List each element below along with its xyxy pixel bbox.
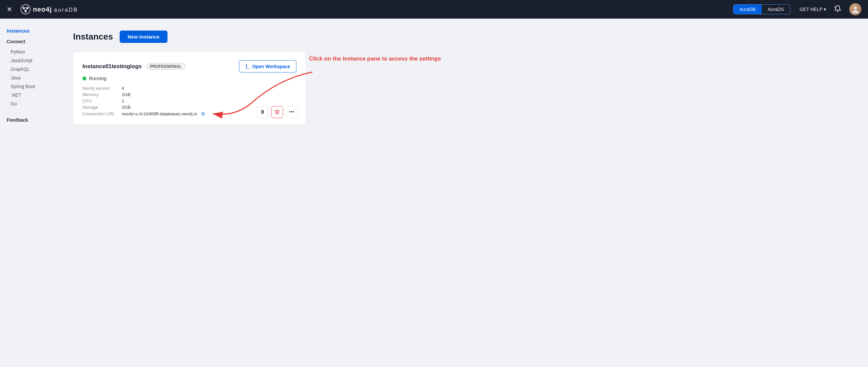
status-row: Running <box>83 76 297 81</box>
sidebar-item-graphql[interactable]: GraphQL <box>7 65 53 73</box>
detail-row-memory: Memory 1GB <box>83 92 297 97</box>
aurads-tab[interactable]: AuraDS <box>762 5 790 14</box>
main-content: Instances New Instance Instance01testing… <box>60 19 868 367</box>
auradb-tab[interactable]: AuraDB <box>734 5 762 14</box>
instance-card-header: Instance01testinglogs PROFESSIONAL ⟩_ Op… <box>83 60 297 72</box>
instance-card[interactable]: Instance01testinglogs PROFESSIONAL ⟩_ Op… <box>73 52 306 125</box>
storage-value: 2GB <box>122 105 131 110</box>
detail-row-neo4j-version: Neo4j version 4 <box>83 86 297 91</box>
sidebar-item-spring-boot[interactable]: Spring Boot <box>7 82 53 91</box>
svg-point-7 <box>854 6 857 10</box>
instance-name-row: Instance01testinglogs PROFESSIONAL <box>83 63 186 70</box>
storage-label: Storage <box>83 105 119 110</box>
main-layout: Instances Connect Python JavaScript Grap… <box>0 19 868 367</box>
chevron-down-icon: ▾ <box>824 7 826 12</box>
get-help-button[interactable]: GET HELP ▾ <box>800 7 826 12</box>
sidebar-connect-label: Connect <box>7 39 53 44</box>
neo4j-logo-icon <box>20 4 31 14</box>
sidebar: Instances Connect Python JavaScript Grap… <box>0 19 60 367</box>
memory-value: 1GB <box>122 92 131 97</box>
product-switcher: AuraDB AuraDS <box>733 4 790 14</box>
open-workspace-label: Open Workspace <box>252 64 290 69</box>
annotation-container: Click on the Instance pane to access the… <box>309 56 441 62</box>
instance-actions: ⏸ ••• <box>256 106 298 118</box>
pause-instance-button[interactable]: ⏸ <box>256 106 269 118</box>
annotation-text: Click on the Instance pane to access the… <box>309 56 441 62</box>
svg-line-6 <box>26 8 28 11</box>
open-workspace-button[interactable]: ⟩_ Open Workspace <box>239 60 297 72</box>
connection-uri-value: neo4j+s://c10408ff.databases.neo4j.io <box>122 111 197 116</box>
close-button[interactable]: ✕ <box>7 5 12 13</box>
notifications-bell-icon[interactable] <box>834 5 841 14</box>
sidebar-item-instances[interactable]: Instances <box>7 28 53 34</box>
sidebar-item-python[interactable]: Python <box>7 48 53 56</box>
pause-icon: ⏸ <box>260 109 265 115</box>
user-avatar[interactable] <box>849 3 861 15</box>
avatar-image <box>849 3 861 15</box>
status-dot-icon <box>83 77 86 81</box>
sidebar-item-go[interactable]: Go <box>7 99 53 108</box>
instance-tier-badge: PROFESSIONAL <box>146 63 186 70</box>
top-navigation: ✕ neo4j auraDB AuraDB AuraDS GET HELP ▾ <box>0 0 868 19</box>
svg-point-0 <box>21 5 30 14</box>
cpu-label: CPU <box>83 98 119 103</box>
page-title: Instances <box>73 32 113 42</box>
svg-line-5 <box>24 8 26 11</box>
memory-label: Memory <box>83 92 119 97</box>
connection-uri-label: Connection URI <box>83 111 119 116</box>
card-wrapper: Instance01testinglogs PROFESSIONAL ⟩_ Op… <box>73 52 855 125</box>
workspace-icon: ⟩_ <box>245 63 250 69</box>
sidebar-item-feedback[interactable]: Feedback <box>7 117 53 123</box>
cpu-value: 1 <box>122 98 124 103</box>
new-instance-button[interactable]: New Instance <box>120 31 167 43</box>
status-text: Running <box>89 76 106 81</box>
sidebar-item-javascript[interactable]: JavaScript <box>7 56 53 65</box>
delete-instance-button[interactable] <box>271 106 283 118</box>
neo4j-version-label: Neo4j version <box>83 86 119 91</box>
copy-uri-icon[interactable]: ⧉ <box>202 111 205 117</box>
sidebar-item-dotnet[interactable]: .NET <box>7 91 53 99</box>
trash-icon <box>275 110 280 115</box>
content-header: Instances New Instance <box>73 31 855 43</box>
more-options-button[interactable]: ••• <box>286 106 298 118</box>
logo: neo4j auraDB <box>20 4 728 14</box>
instance-name: Instance01testinglogs <box>83 63 142 70</box>
logo-text: neo4j auraDB <box>33 6 78 13</box>
detail-row-cpu: CPU 1 <box>83 98 297 103</box>
more-dots-icon: ••• <box>289 110 294 114</box>
sidebar-item-java[interactable]: Java <box>7 73 53 82</box>
neo4j-version-value: 4 <box>122 86 124 91</box>
